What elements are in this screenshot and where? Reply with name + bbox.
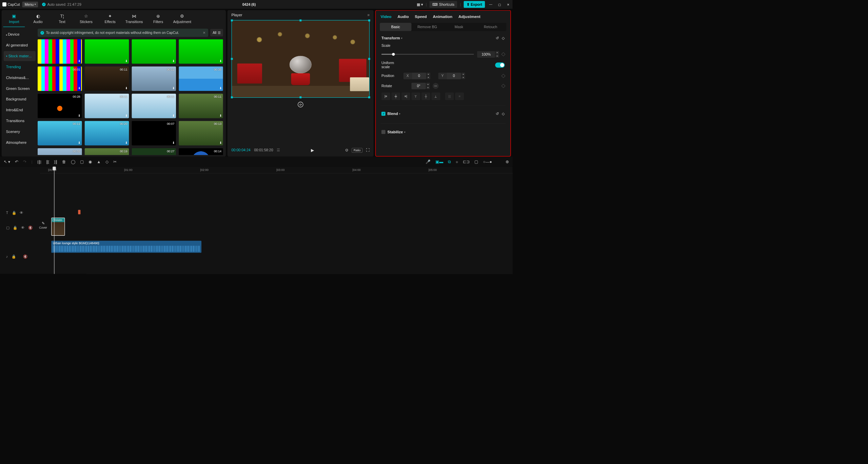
sub-tab-removebg[interactable]: Remove BG — [411, 23, 443, 31]
cover-button[interactable]: ✎Cover — [38, 221, 48, 229]
audio-clip[interactable]: Urban lounge style BGM(1148490) — [51, 241, 201, 253]
menu-button[interactable]: Menu▾ — [22, 1, 38, 7]
chevron-down-icon[interactable]: ▾ — [404, 131, 406, 133]
split-icon[interactable]: |‖| — [37, 159, 41, 164]
inspector-tab-adjustment[interactable]: Adjustment — [458, 14, 480, 19]
text-track-controls[interactable]: T🔒👁 — [0, 211, 40, 215]
mic-icon[interactable]: 🎤 — [426, 159, 431, 164]
download-icon[interactable]: ⬇ — [172, 141, 175, 144]
stock-thumbnail[interactable]: 00:11⬇ — [38, 121, 82, 146]
mute-icon[interactable]: 🔇 — [28, 226, 33, 230]
redo-icon[interactable]: ↷ — [23, 159, 26, 164]
export-button[interactable]: ⬆ Export — [464, 1, 485, 8]
sub-tab-retouch[interactable]: Retouch — [475, 23, 506, 31]
pos-y-input[interactable]: 0 — [447, 73, 461, 79]
category-christmas[interactable]: Christmas&... — [4, 73, 36, 83]
eye-icon[interactable]: 👁 — [20, 211, 23, 215]
stock-thumbnail[interactable]: 00:11⬇ — [179, 94, 223, 118]
scale-stepper[interactable]: ▴▾ — [495, 51, 499, 58]
split-left-icon[interactable]: ‖[ — [46, 159, 49, 164]
pos-y-stepper[interactable]: ▴▾ — [461, 73, 465, 79]
tool-tab-text[interactable]: T¦Text — [51, 13, 73, 27]
video-track-controls[interactable]: ▢🔒👁🔇 — [0, 226, 40, 230]
scale-keyframe[interactable] — [501, 52, 506, 56]
mirror-icon[interactable]: ▲ — [97, 159, 101, 164]
inspector-tab-animation[interactable]: Animation — [433, 14, 453, 19]
keyframe-icon[interactable]: ◇ — [502, 36, 505, 40]
tool-tab-adjustment[interactable]: ⚙Adjustment — [171, 13, 193, 27]
timeline-marker[interactable] — [78, 210, 80, 214]
play-button[interactable]: ▶ — [311, 148, 314, 153]
list-icon[interactable]: ☰ — [277, 148, 280, 152]
stock-thumbnail[interactable]: 00:28⬇ — [38, 94, 82, 118]
distribute-v-button[interactable]: ≡ — [455, 93, 464, 100]
tool-tab-transitions[interactable]: ⋈Transitions — [123, 13, 145, 27]
undo-icon[interactable]: ↶ — [15, 159, 18, 164]
download-icon[interactable]: ⬇ — [172, 59, 175, 63]
align-right-button[interactable]: ≡| — [401, 93, 410, 100]
stock-thumbnail[interactable]: ⬇ — [85, 39, 129, 64]
blend-checkbox[interactable]: ✓ — [381, 112, 386, 116]
fullscreen-icon[interactable]: ⛶ — [366, 148, 370, 152]
download-icon[interactable]: ⬇ — [219, 141, 222, 144]
audio-track-controls[interactable]: ♪🔒🔇 — [0, 254, 40, 259]
stock-thumbnail[interactable]: 00:01⬇ — [38, 66, 82, 91]
inspector-tab-speed[interactable]: Speed — [415, 14, 427, 19]
zoom-out-icon[interactable]: ○—● — [483, 159, 492, 164]
uniform-scale-toggle[interactable] — [495, 62, 505, 67]
download-icon[interactable]: ⬇ — [125, 86, 128, 90]
category-aigenerated[interactable]: AI generated — [4, 40, 36, 51]
rotate-keyframe[interactable] — [501, 84, 506, 88]
pos-x-input[interactable]: 0 — [412, 73, 427, 79]
blend-section-label[interactable]: Blend — [388, 112, 398, 116]
download-icon[interactable]: ⬇ — [125, 59, 128, 63]
close-warning-icon[interactable]: ✕ — [203, 31, 205, 35]
maximize-button[interactable]: ▢ — [496, 2, 502, 6]
stock-thumbnail[interactable]: 00:20⬇ — [85, 121, 129, 146]
keyframe-icon[interactable]: ◇ — [502, 112, 505, 116]
lock-icon[interactable]: 🔒 — [12, 254, 16, 259]
player-menu-icon[interactable]: ≡ — [368, 13, 370, 17]
close-button[interactable]: ✕ — [505, 2, 511, 6]
minimize-button[interactable]: — — [488, 3, 494, 6]
rotate-input[interactable]: 0° — [411, 83, 426, 89]
stock-thumbnail[interactable]: 00:35⬇ — [179, 66, 223, 91]
download-icon[interactable]: ⬇ — [219, 114, 222, 117]
tool-tab-stickers[interactable]: ☆Stickers — [75, 13, 97, 27]
category-atmosphere[interactable]: Atmosphere — [4, 138, 36, 148]
eye-icon[interactable]: 👁 — [21, 226, 25, 230]
stock-thumbnail[interactable]: 00:19⬇ — [85, 148, 129, 155]
stock-thumbnail[interactable]: ⬇ — [179, 39, 223, 64]
zoom-fit-icon[interactable]: ⊕ — [506, 159, 509, 164]
tool-tab-filters[interactable]: ⊕Filters — [147, 13, 169, 27]
download-icon[interactable]: ⬇ — [172, 114, 175, 117]
reverse-icon[interactable]: ◇ — [105, 159, 108, 164]
stock-thumbnail[interactable]: 00:13⬇ — [179, 121, 223, 146]
playhead[interactable] — [54, 167, 54, 274]
rotate-handle[interactable]: ⟳ — [298, 102, 303, 108]
align-hcenter-button[interactable]: ╪ — [391, 93, 400, 100]
stock-thumbnail[interactable]: 00:11⬇ — [85, 66, 129, 91]
magnet-main-icon[interactable]: ▣▬ — [435, 159, 443, 164]
stabilize-checkbox[interactable] — [381, 130, 386, 134]
stock-thumbnail[interactable]: 00:32⬇ — [38, 148, 82, 155]
category-stockmater[interactable]: • Stock mater... — [4, 51, 36, 61]
category-introend[interactable]: Intro&End — [4, 105, 36, 115]
crop-mode-icon[interactable]: ▢ — [80, 159, 84, 164]
align-vcenter-button[interactable]: ┼ — [421, 93, 430, 100]
ratio-button[interactable]: Ratio — [352, 148, 362, 153]
align-bottom-button[interactable]: ⊥ — [432, 93, 440, 100]
layout-icon[interactable]: ▦ ▾ — [417, 2, 423, 6]
filter-all-button[interactable]: All ☰ — [210, 29, 223, 37]
video-clip[interactable]: Christm — [51, 218, 65, 236]
mute-icon[interactable]: 🔇 — [23, 254, 27, 259]
stock-thumbnail[interactable]: 00:11⬇ — [132, 94, 176, 118]
link-icon[interactable]: ⟐ — [456, 159, 458, 164]
download-icon[interactable]: ⬇ — [172, 86, 175, 90]
chevron-down-icon[interactable]: ▾ — [401, 37, 402, 39]
download-icon[interactable]: ⬇ — [125, 141, 128, 144]
category-device[interactable]: Device — [4, 30, 36, 40]
sub-tab-basic[interactable]: Basic — [380, 23, 411, 31]
inspector-tab-audio[interactable]: Audio — [397, 14, 409, 19]
chevron-down-icon[interactable]: ▾ — [399, 112, 400, 115]
